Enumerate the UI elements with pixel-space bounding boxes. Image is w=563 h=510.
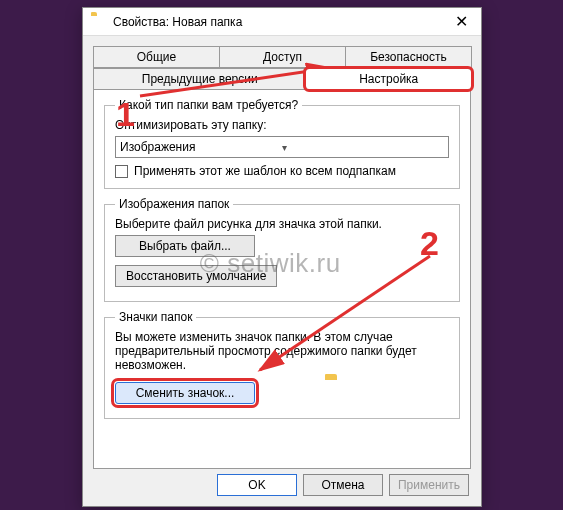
window-title: Свойства: Новая папка bbox=[113, 15, 441, 29]
tab-general[interactable]: Общие bbox=[93, 46, 220, 68]
change-icon-button[interactable]: Сменить значок... bbox=[115, 382, 255, 404]
chevron-down-icon: ▾ bbox=[282, 142, 444, 153]
properties-dialog: Свойства: Новая папка ✕ Общие Доступ Без… bbox=[82, 7, 482, 507]
folder-icon-preview bbox=[325, 378, 361, 408]
apply-subfolders-row: Применять этот же шаблон ко всем подпапк… bbox=[115, 164, 449, 178]
apply-subfolders-label: Применять этот же шаблон ко всем подпапк… bbox=[134, 164, 396, 178]
folder-icons-desc: Вы можете изменить значок папки. В этом … bbox=[115, 330, 449, 372]
tab-area: Общие Доступ Безопасность Предыдущие вер… bbox=[83, 36, 481, 469]
group-folder-icons: Значки папок Вы можете изменить значок п… bbox=[104, 310, 460, 419]
tab-previous-versions[interactable]: Предыдущие версии bbox=[93, 68, 306, 90]
restore-default-button[interactable]: Восстановить умолчание bbox=[115, 265, 277, 287]
choose-file-button[interactable]: Выбрать файл... bbox=[115, 235, 255, 257]
group-folder-type: Какой тип папки вам требуется? Оптимизир… bbox=[104, 98, 460, 189]
optimize-combo[interactable]: Изображения ▾ bbox=[115, 136, 449, 158]
group-folder-type-legend: Какой тип папки вам требуется? bbox=[115, 98, 302, 112]
group-folder-icons-legend: Значки папок bbox=[115, 310, 196, 324]
cancel-button[interactable]: Отмена bbox=[303, 474, 383, 496]
titlebar: Свойства: Новая папка ✕ bbox=[83, 8, 481, 36]
folder-pictures-desc: Выберите файл рисунка для значка этой па… bbox=[115, 217, 449, 231]
apply-button[interactable]: Применить bbox=[389, 474, 469, 496]
optimize-label: Оптимизировать эту папку: bbox=[115, 118, 449, 132]
tab-sharing[interactable]: Доступ bbox=[219, 46, 346, 68]
close-button[interactable]: ✕ bbox=[441, 8, 481, 36]
optimize-combo-value: Изображения bbox=[120, 140, 282, 154]
apply-subfolders-checkbox[interactable] bbox=[115, 165, 128, 178]
ok-button[interactable]: OK bbox=[217, 474, 297, 496]
tab-panel-customize: Какой тип папки вам требуется? Оптимизир… bbox=[93, 89, 471, 469]
tab-row-2: Предыдущие версии Настройка bbox=[93, 68, 471, 90]
tab-security[interactable]: Безопасность bbox=[345, 46, 472, 68]
tab-customize[interactable]: Настройка bbox=[305, 68, 472, 90]
folder-icon bbox=[91, 15, 107, 29]
group-folder-pictures: Изображения папок Выберите файл рисунка … bbox=[104, 197, 460, 302]
dialog-buttons: OK Отмена Применить bbox=[217, 474, 469, 496]
tab-row-1: Общие Доступ Безопасность bbox=[93, 46, 471, 68]
group-folder-pictures-legend: Изображения папок bbox=[115, 197, 233, 211]
